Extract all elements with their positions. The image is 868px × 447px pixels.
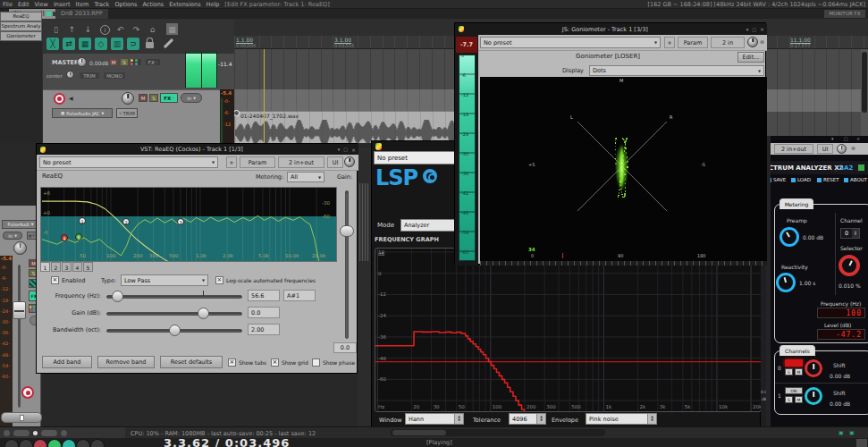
track1-solo-button[interactable]: S: [149, 94, 158, 102]
sa2-ui-button[interactable]: UI: [817, 144, 833, 154]
track1-panel[interactable]: ◀ M S FX◦ in▼ ▦ PulseAudio JAC ▼ ∿TRIM: [43, 89, 220, 148]
master-fx-button[interactable]: FX◦: [145, 58, 161, 66]
sa2-menu-load[interactable]: LOAD: [791, 177, 811, 182]
project-tab-inactive[interactable]: DnB 2033.RPP: [55, 9, 108, 19]
menu-view[interactable]: View: [31, 1, 50, 8]
stop-button[interactable]: [19, 439, 33, 447]
reaeq-freq-note[interactable]: A#1: [283, 290, 316, 301]
reaeq-gain-slider-handle[interactable]: [340, 225, 354, 237]
track1-volume-knob[interactable]: [122, 92, 134, 105]
eq-band-dot-5[interactable]: 5: [75, 233, 82, 240]
sa2-menu-save[interactable]: SAVE: [771, 177, 786, 182]
sa2-menu-reset[interactable]: RESET: [817, 177, 839, 182]
reaeq-wet-knob[interactable]: [344, 156, 355, 167]
metronome-icon[interactable]: ⌂: [147, 23, 158, 35]
menu-file[interactable]: File: [0, 1, 15, 8]
sa2-close-icon[interactable]: ×: [856, 136, 860, 141]
master-route-button[interactable]: [131, 58, 142, 66]
remove-band-button[interactable]: Remove band: [97, 356, 155, 368]
master-volume-knob[interactable]: [77, 57, 87, 67]
reaeq-titlebar[interactable]: VST: ReaEQ (Cockos) - Track 1 [1/3] ▾ □ …: [37, 144, 358, 155]
monitor-speaker-icon[interactable]: ◀: [69, 95, 73, 101]
master-trim-button[interactable]: TRIM: [79, 72, 100, 80]
lsp-window-combo[interactable]: Hann▲▼: [405, 413, 464, 425]
sa2-ch0-mute-button[interactable]: M: [795, 368, 803, 375]
close-icon[interactable]: ×: [351, 147, 356, 153]
record-arm-button[interactable]: [54, 93, 65, 105]
float-icon[interactable]: □: [343, 147, 348, 152]
menu-extensions[interactable]: Extensions: [166, 1, 203, 8]
mixer-record-arm[interactable]: [21, 386, 34, 399]
sa2-selector-knob[interactable]: [839, 255, 860, 276]
dock-icon[interactable]: ▾: [338, 147, 341, 152]
reaeq-gain-slider-groove[interactable]: [345, 190, 349, 339]
track1-input-button[interactable]: ▦ PulseAudio JAC ▼: [52, 108, 113, 118]
mixer-input-button[interactable]: PulseAudi▼: [2, 220, 39, 229]
reaeq-freq-handle[interactable]: [112, 291, 123, 302]
reaeq-enabled-checkbox[interactable]: ×: [51, 276, 59, 284]
reaeq-metering-combo[interactable]: All▼: [287, 172, 324, 182]
lsp-envelope-combo[interactable]: Pink noise▲▼: [586, 413, 657, 425]
sa2-channel-spinner[interactable]: 0 ▲▼: [840, 228, 860, 239]
auto-crossfade-icon[interactable]: ╳: [46, 38, 59, 50]
sa2-ch1-shift-knob[interactable]: [805, 387, 822, 405]
new-project-icon[interactable]: ▯: [50, 23, 62, 35]
show-grid-checkbox[interactable]: ×: [271, 358, 279, 367]
track1-trim-button[interactable]: ∿TRIM: [116, 108, 138, 118]
show-phase-checkbox[interactable]: [312, 358, 320, 367]
go-to-end-button[interactable]: [90, 439, 105, 447]
eq-band-dot-3[interactable]: 3: [177, 218, 184, 225]
reaeq-freq-value[interactable]: 56.6: [248, 290, 280, 301]
envelope-icon[interactable]: ⊃: [127, 38, 139, 50]
reaeq-gain-db-slider[interactable]: [106, 312, 242, 316]
menu-track[interactable]: Track: [91, 1, 112, 8]
project-info-icon[interactable]: i: [100, 25, 110, 35]
docker-tab-reaeq[interactable]: ReaEQ: [0, 12, 42, 21]
arrange-vscrollbar[interactable]: [861, 49, 868, 148]
ruler-mark[interactable]: 1.1.000:00.000: [236, 37, 256, 48]
mixer-fader-handle[interactable]: [13, 301, 26, 319]
gonio-bypass-icon[interactable]: ⊗: [760, 38, 764, 45]
eq-band-tab-3[interactable]: 3: [62, 262, 72, 272]
eq-band-tab-4[interactable]: 4: [72, 262, 82, 272]
master-mute-button[interactable]: M: [109, 58, 118, 66]
gonio-io-button[interactable]: 2 in: [711, 37, 745, 48]
grid-snap-icon[interactable]: ▥: [111, 38, 123, 50]
master-mono-button[interactable]: MONO: [103, 72, 126, 80]
gonio-param-button[interactable]: Param: [678, 37, 708, 48]
gonio-preset-combo[interactable]: No preset▼: [480, 37, 661, 48]
reaeq-add-preset-button[interactable]: +: [226, 156, 237, 168]
reset-defaults-button[interactable]: Reset defaults: [160, 356, 223, 368]
ruler-mark[interactable]: 11.1.000:17.777: [790, 37, 811, 48]
eq-band-dot-4[interactable]: 4: [61, 234, 68, 241]
sa2-channels-tab[interactable]: Channels: [780, 345, 815, 356]
reaeq-graph[interactable]: +6+0-6-30-60501002003005001.0k2.0k5.0k10…: [40, 187, 337, 262]
sa2-ch1-solo-button[interactable]: S: [785, 396, 793, 403]
reaeq-gain-db-handle[interactable]: [198, 308, 209, 319]
reaeq-bw-value[interactable]: 2.00: [248, 324, 280, 335]
sa2-bypass-icon[interactable]: ⊗: [851, 145, 855, 151]
eq-band-tab-2[interactable]: 2: [51, 262, 61, 272]
menu-insert[interactable]: Insert: [51, 1, 73, 8]
sa2-wet-knob[interactable]: [837, 144, 847, 154]
eq-band-tab-1[interactable]: 1: [40, 262, 50, 272]
close-icon[interactable]: ×: [760, 26, 764, 32]
ripple-edit-icon[interactable]: ▦: [79, 38, 91, 50]
monitor-fx-button[interactable]: MONITOR FX: [824, 10, 865, 18]
locking-icon[interactable]: ⇄: [63, 38, 75, 50]
mixer-in-button[interactable]: in▼: [3, 232, 22, 240]
menu-item[interactable]: Item: [73, 1, 92, 8]
track1-fx-button[interactable]: FX◦: [160, 93, 178, 103]
gonio-meter-clip-box[interactable]: -7.7: [456, 37, 477, 53]
sa2-ch1-on-button[interactable]: ON: [785, 387, 803, 394]
track1-mute-button[interactable]: M: [139, 94, 147, 102]
record-button[interactable]: [33, 439, 47, 447]
gonio-titlebar[interactable]: JS: Goniometer - Track 1 [3/3] ▾ □ ×: [455, 23, 767, 35]
status-mixer-icon[interactable]: ▣: [839, 429, 844, 435]
sa2-ch0-shift-knob[interactable]: [805, 359, 822, 377]
reaeq-gain-db-value[interactable]: 0.0: [248, 307, 280, 318]
sa2-io-button[interactable]: 2 in+out: [774, 144, 813, 154]
reaeq-io-button[interactable]: 2 in+out: [278, 156, 324, 168]
redo-icon[interactable]: ↷: [131, 23, 142, 35]
menu-actions[interactable]: Actions: [139, 1, 166, 8]
